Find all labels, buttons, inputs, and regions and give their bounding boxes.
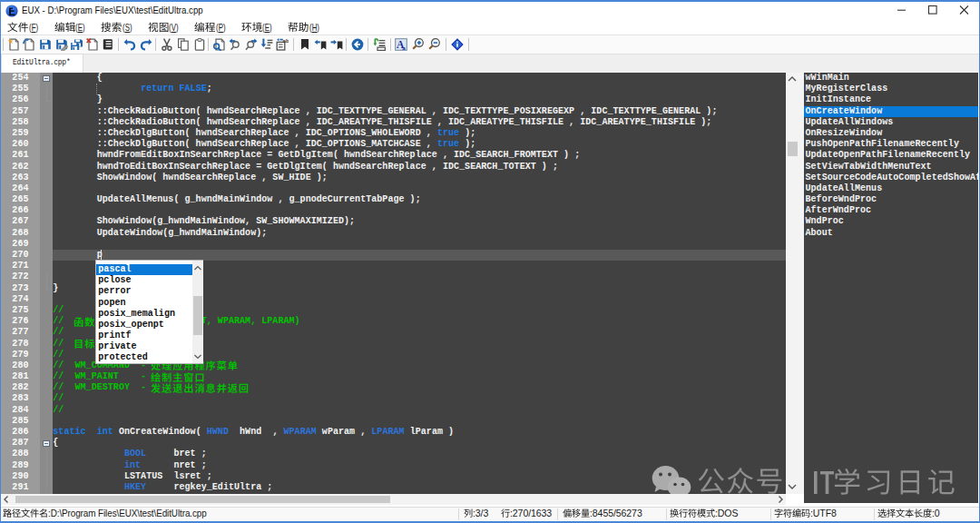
svg-text:ab: ab <box>282 38 288 44</box>
svg-text:a: a <box>402 44 406 51</box>
